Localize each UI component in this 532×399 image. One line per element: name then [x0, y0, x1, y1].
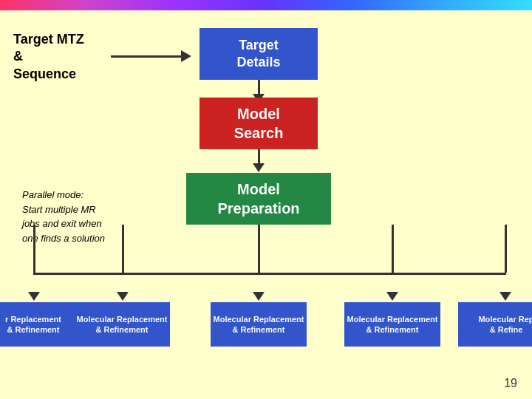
- model-prep-label: Model Preparation: [217, 180, 299, 218]
- main-content: Target MTZ & Sequence Target Details Mod…: [0, 10, 532, 399]
- arrow-to-target-details: [111, 49, 192, 64]
- down-arrow-4: [386, 292, 398, 301]
- mr-label-5: Molecular Rep& Refine: [478, 314, 532, 335]
- target-mtz-label: Target MTZ & Sequence: [13, 31, 84, 83]
- ms-line1: Model: [237, 106, 280, 122]
- vert-line-4: [392, 225, 394, 273]
- model-search-box: Model Search: [200, 98, 318, 149]
- mr-label-3: Molecular Replacement& Refinement: [214, 314, 304, 335]
- mr-label-1: r Replacement& Refinement: [5, 314, 61, 335]
- td-line2: Details: [236, 55, 280, 69]
- target-details-box: Target Details: [200, 28, 318, 80]
- label-line3: Sequence: [13, 66, 76, 81]
- model-search-label: Model Search: [234, 104, 284, 143]
- mr-box-5: Molecular Rep& Refine: [458, 302, 532, 347]
- label-line2: &: [13, 49, 23, 64]
- parallel-mode-label: Parallel mode: Start multiple MR jobs an…: [22, 188, 170, 245]
- label-line1: Target MTZ: [13, 32, 84, 47]
- arrow-line: [111, 55, 181, 58]
- vert-line-3: [258, 225, 260, 273]
- mr-label-2: Molecular Replacement& Refinement: [77, 314, 168, 335]
- page-number: 19: [504, 377, 517, 390]
- down-arrow-3: [253, 292, 265, 301]
- mr-label-4: Molecular Replacement& Refinement: [347, 314, 438, 335]
- vert-line-1: [33, 225, 35, 273]
- vert-line-2: [122, 225, 124, 273]
- arrow-head: [181, 50, 191, 62]
- ms-line2: Search: [234, 125, 284, 141]
- down-arrow-1: [28, 292, 40, 301]
- td-line1: Target: [239, 38, 279, 52]
- mr-box-4: Molecular Replacement& Refinement: [344, 302, 440, 347]
- vert-line-5: [505, 225, 507, 273]
- mr-box-3: Molecular Replacement& Refinement: [211, 302, 307, 347]
- mp-line2: Preparation: [217, 200, 299, 216]
- horizontal-connector: [33, 273, 506, 275]
- mr-box-2: Molecular Replacement& Refinement: [74, 302, 170, 347]
- arrow-ms-mp: [253, 163, 265, 172]
- top-gradient-bar: [0, 0, 532, 10]
- down-arrow-2: [117, 292, 129, 301]
- down-arrow-5: [499, 292, 511, 301]
- target-details-label: Target Details: [236, 37, 280, 72]
- model-preparation-box: Model Preparation: [186, 173, 331, 225]
- mr-box-1: r Replacement& Refinement: [0, 302, 81, 347]
- mp-line1: Model: [237, 181, 280, 197]
